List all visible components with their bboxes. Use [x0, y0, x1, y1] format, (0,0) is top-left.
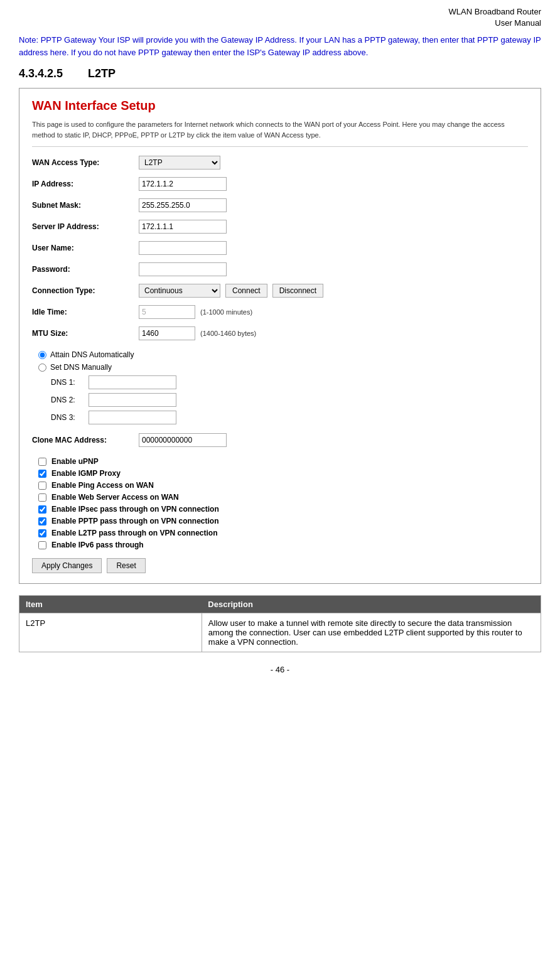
idle-time-row: Idle Time: (1-1000 minutes) [32, 304, 528, 320]
checkbox-label-igmp: Enable IGMP Proxy [51, 469, 121, 478]
checkbox-row-igmp: Enable IGMP Proxy [38, 469, 528, 478]
attain-dns-row: Attain DNS Automatically [38, 350, 528, 359]
checkbox-igmp[interactable] [38, 470, 46, 478]
server-ip-row: Server IP Address: [32, 218, 528, 235]
username-label: User Name: [32, 244, 139, 252]
apply-changes-button[interactable]: Apply Changes [32, 558, 102, 573]
attain-dns-label: Attain DNS Automatically [50, 350, 134, 359]
username-input[interactable] [139, 241, 227, 255]
mtu-size-input[interactable] [139, 326, 195, 340]
checkbox-ping[interactable] [38, 482, 46, 490]
wan-access-type-row: WAN Access Type: L2TP [32, 154, 528, 171]
connection-type-row: Connection Type: Continuous Connect Disc… [32, 283, 528, 299]
checkbox-pptp[interactable] [38, 517, 46, 525]
username-row: User Name: [32, 240, 528, 256]
reset-button[interactable]: Reset [107, 558, 145, 573]
table-cell-description: Allow user to make a tunnel with remote … [202, 613, 541, 652]
mtu-size-row: MTU Size: (1400-1460 bytes) [32, 325, 528, 342]
subnet-mask-row: Subnet Mask: [32, 197, 528, 213]
checkbox-label-pptp: Enable PPTP pass through on VPN connecti… [51, 517, 218, 525]
dns3-input[interactable] [89, 411, 176, 424]
checkbox-ipv6[interactable] [38, 541, 46, 549]
idle-time-input[interactable] [139, 305, 195, 319]
checkbox-row-webserver: Enable Web Server Access on WAN [38, 493, 528, 502]
checkbox-l2tp[interactable] [38, 529, 46, 537]
wan-description: This page is used to configure the param… [32, 119, 528, 147]
note-text: Note: PPTP Gateway Your ISP will provide… [19, 34, 541, 58]
section-title: L2TP [88, 67, 116, 80]
page-number: - 46 - [19, 665, 541, 674]
ip-address-label: IP Address: [32, 180, 139, 188]
dns1-input[interactable] [89, 375, 176, 389]
checkbox-webserver[interactable] [38, 493, 46, 502]
table-col-item: Item [19, 596, 202, 613]
clone-mac-row: Clone MAC Address: [32, 432, 528, 448]
checkbox-label-upnp: Enable uPNP [51, 457, 99, 466]
dns2-input[interactable] [89, 393, 176, 407]
header-line2: User Manual [495, 18, 541, 28]
description-table: Item Description L2TPAllow user to make … [19, 595, 541, 652]
password-input[interactable] [139, 262, 227, 276]
password-row: Password: [32, 261, 528, 277]
set-dns-label: Set DNS Manually [50, 363, 112, 372]
subnet-mask-input[interactable] [139, 198, 227, 212]
subnet-mask-label: Subnet Mask: [32, 201, 139, 210]
dns3-row: DNS 3: [51, 411, 528, 424]
checkbox-label-ipv6: Enable IPv6 pass through [51, 541, 144, 549]
attain-dns-radio[interactable] [38, 351, 46, 359]
wan-access-type-label: WAN Access Type: [32, 158, 139, 167]
connect-button[interactable]: Connect [225, 284, 267, 298]
wan-box-title: WAN Interface Setup [32, 99, 528, 113]
set-dns-radio[interactable] [38, 364, 46, 372]
checkbox-label-ping: Enable Ping Access on WAN [51, 481, 154, 490]
action-row: Apply Changes Reset [32, 558, 528, 573]
checkbox-label-ipsec: Enable IPsec pass through on VPN connect… [51, 505, 219, 514]
table-col-description: Description [202, 596, 541, 613]
mtu-size-hint: (1400-1460 bytes) [200, 330, 256, 337]
checkbox-upnp[interactable] [38, 458, 46, 466]
table-row: L2TPAllow user to make a tunnel with rem… [19, 613, 541, 652]
checkbox-ipsec[interactable] [38, 505, 46, 514]
connection-type-label: Connection Type: [32, 286, 139, 295]
idle-time-label: Idle Time: [32, 308, 139, 316]
page-header: WLAN Broadband Router User Manual [19, 6, 541, 29]
dns1-row: DNS 1: [51, 375, 528, 389]
server-ip-label: Server IP Address: [32, 222, 139, 231]
clone-mac-input[interactable] [139, 433, 227, 447]
checkbox-row-ping: Enable Ping Access on WAN [38, 481, 528, 490]
idle-time-hint: (1-1000 minutes) [200, 308, 252, 316]
checkboxes-container: Enable uPNPEnable IGMP ProxyEnable Ping … [32, 457, 528, 549]
ip-address-input[interactable] [139, 177, 227, 191]
set-dns-row: Set DNS Manually [38, 363, 528, 372]
checkbox-row-ipv6: Enable IPv6 pass through [38, 541, 528, 549]
checkbox-label-l2tp: Enable L2TP pass through on VPN connecti… [51, 529, 217, 537]
dns3-label: DNS 3: [51, 413, 89, 422]
password-label: Password: [32, 265, 139, 274]
table-cell-item: L2TP [19, 613, 202, 652]
wan-interface-box: WAN Interface Setup This page is used to… [19, 88, 541, 584]
dns2-label: DNS 2: [51, 396, 89, 404]
wan-access-type-select[interactable]: L2TP [139, 156, 220, 170]
section-number: 4.3.4.2.5 [19, 67, 63, 80]
checkbox-row-pptp: Enable PPTP pass through on VPN connecti… [38, 517, 528, 525]
checkbox-row-upnp: Enable uPNP [38, 457, 528, 466]
mtu-size-label: MTU Size: [32, 329, 139, 338]
ip-address-row: IP Address: [32, 176, 528, 192]
dns1-label: DNS 1: [51, 378, 89, 387]
table-body: L2TPAllow user to make a tunnel with rem… [19, 613, 541, 652]
checkbox-label-webserver: Enable Web Server Access on WAN [51, 493, 179, 502]
clone-mac-label: Clone MAC Address: [32, 436, 139, 444]
disconnect-button[interactable]: Disconnect [272, 284, 323, 298]
checkbox-row-l2tp: Enable L2TP pass through on VPN connecti… [38, 529, 528, 537]
dns2-row: DNS 2: [51, 393, 528, 407]
connection-type-select[interactable]: Continuous [139, 284, 220, 298]
server-ip-input[interactable] [139, 220, 227, 234]
section-heading: 4.3.4.2.5 L2TP [19, 67, 541, 80]
checkbox-row-ipsec: Enable IPsec pass through on VPN connect… [38, 505, 528, 514]
header-line1: WLAN Broadband Router [449, 7, 541, 16]
